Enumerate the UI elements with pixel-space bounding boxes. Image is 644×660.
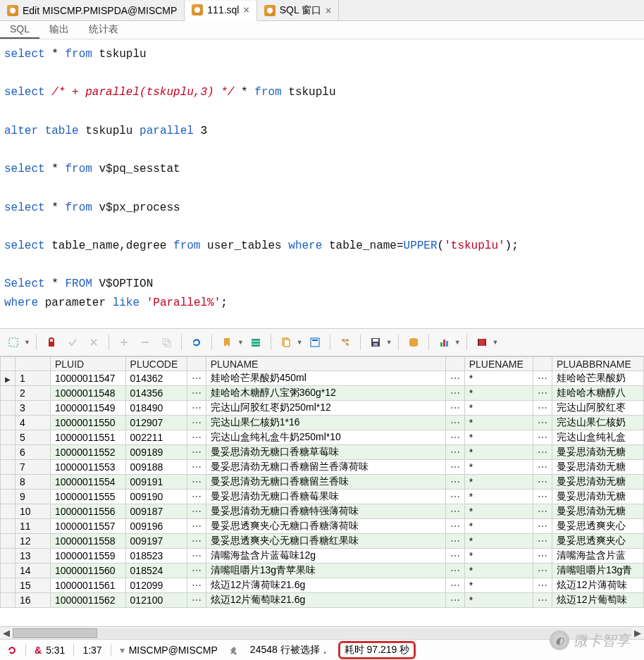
cell-plucode[interactable]: 009187 bbox=[125, 504, 187, 519]
cell-pluename[interactable]: * bbox=[464, 519, 533, 534]
cell-plucode[interactable]: 012100 bbox=[125, 593, 187, 608]
dropdown-arrow-icon[interactable]: ▼ bbox=[24, 339, 30, 346]
cell-pluid[interactable]: 10000011561 bbox=[51, 578, 126, 593]
row-handle[interactable] bbox=[1, 578, 16, 593]
row-handle[interactable] bbox=[1, 386, 16, 401]
cell-ellipsis[interactable]: ⋯ bbox=[445, 564, 464, 578]
row-handle[interactable] bbox=[1, 564, 16, 578]
bookmark-button[interactable] bbox=[218, 333, 236, 351]
cell-pluid[interactable]: 10000011551 bbox=[51, 430, 126, 445]
cell-ellipsis[interactable]: ⋯ bbox=[533, 593, 552, 608]
row-handle[interactable] bbox=[1, 416, 16, 430]
subtab-sql[interactable]: SQL bbox=[0, 21, 39, 39]
table-row[interactable]: 810000011554009191⋯曼妥思清劲无糖口香糖留兰香味⋯*⋯曼妥思清… bbox=[1, 475, 644, 490]
cell-pluname[interactable]: 曼妥思清劲无糖口香糖留兰香味 bbox=[206, 475, 445, 490]
table-row[interactable]: ▶110000011547014362⋯娃哈哈芒果酸奶450ml⋯*⋯娃哈哈芒果… bbox=[1, 371, 644, 386]
row-handle[interactable] bbox=[1, 445, 16, 460]
cell-ellipsis[interactable]: ⋯ bbox=[533, 445, 552, 460]
cell-plucode[interactable]: 009188 bbox=[125, 460, 187, 475]
cell-ellipsis[interactable]: ⋯ bbox=[445, 549, 464, 564]
cell-pluename[interactable]: * bbox=[464, 386, 533, 401]
cell-pluname[interactable]: 娃哈哈芒果酸奶450ml bbox=[206, 371, 445, 386]
cell-ellipsis[interactable]: ⋯ bbox=[445, 578, 464, 593]
row-handle[interactable] bbox=[1, 490, 16, 504]
cell-pluabbrname[interactable]: 炫迈12片葡萄味 bbox=[552, 593, 643, 608]
cell-pluabbrname[interactable]: 炫迈12片薄荷味 bbox=[552, 578, 643, 593]
cell-ellipsis[interactable]: ⋯ bbox=[187, 564, 206, 578]
cell-pluabbrname[interactable]: 曼妥思清劲无糖 bbox=[552, 460, 643, 475]
cell-pluname[interactable]: 清嘴海盐含片蓝莓味12g bbox=[206, 549, 445, 564]
cell-pluname[interactable]: 曼妥思清劲无糖口香糖草莓味 bbox=[206, 445, 445, 460]
cell-ellipsis[interactable]: ⋯ bbox=[187, 490, 206, 504]
cell-pluename[interactable]: * bbox=[464, 430, 533, 445]
row-handle[interactable] bbox=[1, 504, 16, 519]
dropdown-arrow-icon[interactable]: ▼ bbox=[493, 339, 499, 346]
cell-pluid[interactable]: 10000011554 bbox=[51, 475, 126, 490]
cell-pluid[interactable]: 10000011548 bbox=[51, 386, 126, 401]
cell-plucode[interactable]: 002211 bbox=[125, 430, 187, 445]
copy-button[interactable] bbox=[277, 333, 295, 351]
table-row[interactable]: 210000011548014356⋯娃哈哈木糖醇八宝粥360g*12⋯*⋯娃哈… bbox=[1, 386, 644, 401]
cell-ellipsis[interactable]: ⋯ bbox=[445, 445, 464, 460]
cell-plucode[interactable]: 014362 bbox=[125, 371, 187, 386]
cell-ellipsis[interactable]: ⋯ bbox=[187, 371, 206, 386]
cell-pluename[interactable]: * bbox=[464, 371, 533, 386]
cell-ellipsis[interactable]: ⋯ bbox=[187, 386, 206, 401]
link-button[interactable] bbox=[336, 333, 354, 351]
scroll-track[interactable] bbox=[13, 628, 631, 638]
cell-plucode[interactable]: 009191 bbox=[125, 475, 187, 490]
cell-pluid[interactable]: 10000011557 bbox=[51, 519, 126, 534]
sql-editor[interactable]: select * from tskuplu select /* + parall… bbox=[0, 39, 644, 328]
cell-ellipsis[interactable]: ⋯ bbox=[445, 460, 464, 475]
table-row[interactable]: 610000011552009189⋯曼妥思清劲无糖口香糖草莓味⋯*⋯曼妥思清劲… bbox=[1, 445, 644, 460]
db-button[interactable] bbox=[404, 333, 423, 351]
cell-pluid[interactable]: 10000011555 bbox=[51, 490, 126, 504]
cell-pluename[interactable]: * bbox=[464, 490, 533, 504]
cell-ellipsis[interactable]: ⋯ bbox=[187, 475, 206, 490]
dropdown-arrow-icon[interactable]: ▼ bbox=[454, 339, 461, 346]
table-row[interactable]: 1010000011556009187⋯曼妥思清劲无糖口香糖特强薄荷味⋯*⋯曼妥… bbox=[1, 504, 644, 519]
horizontal-scrollbar[interactable]: ◀ ▶ bbox=[0, 626, 644, 639]
cell-ellipsis[interactable]: ⋯ bbox=[533, 401, 552, 416]
cell-pluid[interactable]: 10000011552 bbox=[51, 445, 126, 460]
cell-ellipsis[interactable]: ⋯ bbox=[445, 504, 464, 519]
film-button[interactable] bbox=[473, 333, 491, 351]
cell-pluabbrname[interactable]: 曼妥思清劲无糖 bbox=[552, 445, 643, 460]
row-handle[interactable] bbox=[1, 430, 16, 445]
status-seg-pin[interactable] bbox=[226, 645, 242, 655]
cell-pluename[interactable]: * bbox=[464, 549, 533, 564]
table-row[interactable]: 910000011555009190⋯曼妥思清劲无糖口香糖莓果味⋯*⋯曼妥思清劲… bbox=[1, 490, 644, 504]
filter-button[interactable] bbox=[247, 333, 265, 351]
cell-ellipsis[interactable]: ⋯ bbox=[445, 519, 464, 534]
cell-pluname[interactable]: 完达山阿胶红枣奶250ml*12 bbox=[206, 401, 445, 416]
cell-ellipsis[interactable]: ⋯ bbox=[187, 416, 206, 430]
lock-button[interactable] bbox=[42, 333, 61, 351]
cell-pluid[interactable]: 10000011550 bbox=[51, 416, 126, 430]
col-plucode[interactable]: PLUCODE bbox=[125, 357, 187, 371]
col-pluename[interactable]: PLUENAME bbox=[464, 357, 533, 371]
cell-ellipsis[interactable]: ⋯ bbox=[533, 460, 552, 475]
cell-ellipsis[interactable]: ⋯ bbox=[533, 549, 552, 564]
cell-pluabbrname[interactable]: 曼妥思透爽夹心 bbox=[552, 534, 643, 549]
chart-button[interactable] bbox=[435, 333, 453, 351]
table-row[interactable]: 1610000011562012100⋯炫迈12片葡萄味21.6g⋯*⋯炫迈12… bbox=[1, 593, 644, 608]
subtab-output[interactable]: 输出 bbox=[39, 21, 79, 39]
cell-ellipsis[interactable]: ⋯ bbox=[187, 534, 206, 549]
cell-pluname[interactable]: 曼妥思清劲无糖口香糖留兰香薄荷味 bbox=[206, 460, 445, 475]
cell-ellipsis[interactable]: ⋯ bbox=[187, 504, 206, 519]
cell-pluid[interactable]: 10000011553 bbox=[51, 460, 126, 475]
cell-plucode[interactable]: 012099 bbox=[125, 578, 187, 593]
cell-pluabbrname[interactable]: 曼妥思透爽夹心 bbox=[552, 519, 643, 534]
cell-pluename[interactable]: * bbox=[464, 504, 533, 519]
cell-pluname[interactable]: 曼妥思透爽夹心无糖口香糖红果味 bbox=[206, 534, 445, 549]
table-row[interactable]: 710000011553009188⋯曼妥思清劲无糖口香糖留兰香薄荷味⋯*⋯曼妥… bbox=[1, 460, 644, 475]
cell-pluename[interactable]: * bbox=[464, 475, 533, 490]
cell-ellipsis[interactable]: ⋯ bbox=[187, 593, 206, 608]
cell-ellipsis[interactable]: ⋯ bbox=[187, 549, 206, 564]
cell-ellipsis[interactable]: ⋯ bbox=[187, 578, 206, 593]
cell-ellipsis[interactable]: ⋯ bbox=[533, 386, 552, 401]
cell-ellipsis[interactable]: ⋯ bbox=[187, 519, 206, 534]
cell-plucode[interactable]: 009196 bbox=[125, 519, 187, 534]
cell-ellipsis[interactable]: ⋯ bbox=[445, 386, 464, 401]
cell-ellipsis[interactable]: ⋯ bbox=[445, 401, 464, 416]
